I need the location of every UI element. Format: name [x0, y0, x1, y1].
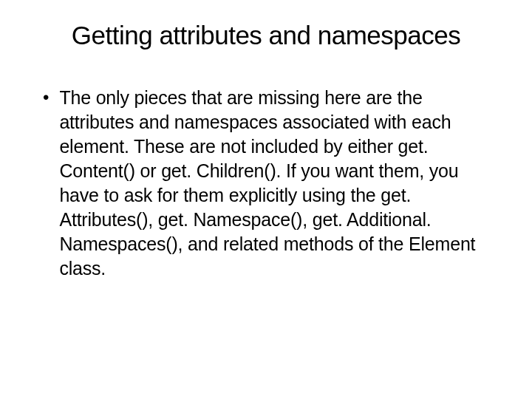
bullet-item: • The only pieces that are missing here … — [43, 86, 495, 281]
bullet-marker: • — [43, 86, 49, 109]
slide-content: • The only pieces that are missing here … — [37, 86, 495, 281]
bullet-text: The only pieces that are missing here ar… — [59, 86, 495, 281]
slide-title: Getting attributes and namespaces — [37, 21, 495, 50]
